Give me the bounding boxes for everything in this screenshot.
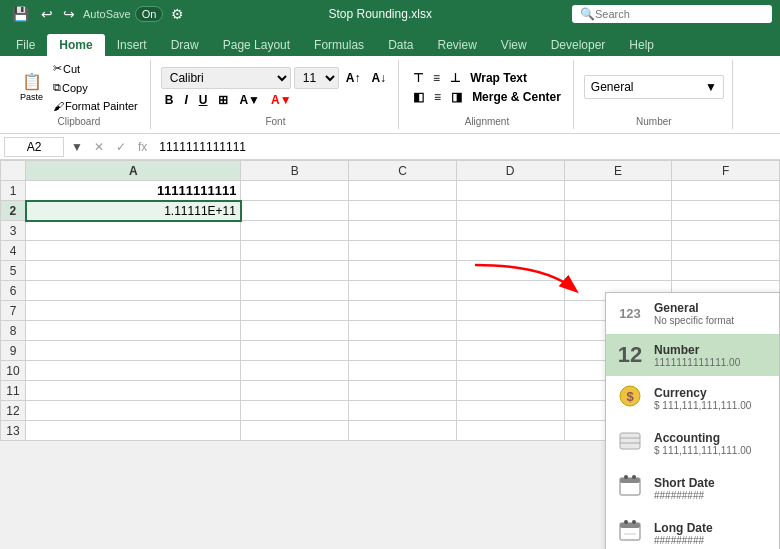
cell-c5[interactable]: [349, 261, 457, 281]
cell-a11[interactable]: [26, 381, 241, 401]
format-item-general[interactable]: 123 General No specific format: [606, 293, 779, 334]
italic-button[interactable]: I: [180, 92, 191, 108]
autosave-toggle[interactable]: On: [135, 6, 164, 22]
cell-d2[interactable]: [456, 201, 564, 221]
cell-a9[interactable]: [26, 341, 241, 361]
cell-d1[interactable]: [456, 181, 564, 201]
tab-review[interactable]: Review: [425, 34, 488, 56]
bold-button[interactable]: B: [161, 92, 178, 108]
cell-a5[interactable]: [26, 261, 241, 281]
cell-d13[interactable]: [456, 421, 564, 441]
format-item-number[interactable]: 12 Number 1111111111111.00: [606, 334, 779, 376]
wrap-text-button[interactable]: Wrap Text: [466, 70, 531, 86]
format-item-long-date[interactable]: Long Date #########: [606, 511, 779, 549]
redo-button[interactable]: ↪: [59, 4, 79, 24]
col-header-b[interactable]: B: [241, 161, 349, 181]
copy-button[interactable]: ⧉ Copy: [49, 79, 142, 96]
font-shrink-button[interactable]: A↓: [367, 70, 390, 86]
cell-a12[interactable]: [26, 401, 241, 421]
cell-d10[interactable]: [456, 361, 564, 381]
cell-a2[interactable]: 1.11111E+11: [26, 201, 241, 221]
cell-a4[interactable]: [26, 241, 241, 261]
fill-color-button[interactable]: A▼: [235, 92, 264, 108]
cell-d11[interactable]: [456, 381, 564, 401]
cell-d3[interactable]: [456, 221, 564, 241]
cell-b5[interactable]: [241, 261, 349, 281]
cell-c13[interactable]: [349, 421, 457, 441]
cell-b13[interactable]: [241, 421, 349, 441]
cell-c11[interactable]: [349, 381, 457, 401]
cell-f3[interactable]: [672, 221, 780, 241]
cell-e1[interactable]: [564, 181, 672, 201]
cell-a10[interactable]: [26, 361, 241, 381]
cell-d12[interactable]: [456, 401, 564, 421]
cell-b10[interactable]: [241, 361, 349, 381]
tab-file[interactable]: File: [4, 34, 47, 56]
tab-view[interactable]: View: [489, 34, 539, 56]
cell-c1[interactable]: [349, 181, 457, 201]
cell-a1[interactable]: 11111111111: [26, 181, 241, 201]
cell-e2[interactable]: [564, 201, 672, 221]
tab-help[interactable]: Help: [617, 34, 666, 56]
save-button[interactable]: 💾: [8, 4, 33, 24]
cell-b9[interactable]: [241, 341, 349, 361]
format-painter-button[interactable]: 🖌 Format Painter: [49, 98, 142, 114]
cell-d9[interactable]: [456, 341, 564, 361]
cell-f1[interactable]: [672, 181, 780, 201]
cell-b8[interactable]: [241, 321, 349, 341]
border-button[interactable]: ⊞: [214, 92, 232, 108]
tab-insert[interactable]: Insert: [105, 34, 159, 56]
align-left-button[interactable]: ◧: [409, 89, 428, 105]
align-top-button[interactable]: ⊤: [409, 70, 427, 86]
tab-data[interactable]: Data: [376, 34, 425, 56]
tab-home[interactable]: Home: [47, 34, 104, 56]
col-header-a[interactable]: A: [26, 161, 241, 181]
cell-f4[interactable]: [672, 241, 780, 261]
cell-d6[interactable]: [456, 281, 564, 301]
font-color-button[interactable]: A▼: [267, 92, 296, 108]
cell-b7[interactable]: [241, 301, 349, 321]
cell-c8[interactable]: [349, 321, 457, 341]
align-center-button[interactable]: ≡: [430, 89, 445, 105]
cell-ref-input[interactable]: [4, 137, 64, 157]
search-input[interactable]: [595, 8, 755, 20]
cell-f5[interactable]: [672, 261, 780, 281]
expand-name-box-button[interactable]: ▼: [68, 140, 86, 154]
cell-c10[interactable]: [349, 361, 457, 381]
cell-a3[interactable]: [26, 221, 241, 241]
merge-center-button[interactable]: Merge & Center: [468, 89, 565, 105]
cell-d8[interactable]: [456, 321, 564, 341]
undo-button[interactable]: ↩: [37, 4, 57, 24]
cell-d7[interactable]: [456, 301, 564, 321]
col-header-c[interactable]: C: [349, 161, 457, 181]
tab-formulas[interactable]: Formulas: [302, 34, 376, 56]
paste-button[interactable]: 📋 Paste: [16, 70, 47, 104]
customize-btn[interactable]: ⚙: [167, 4, 188, 24]
col-header-d[interactable]: D: [456, 161, 564, 181]
tab-developer[interactable]: Developer: [539, 34, 618, 56]
cell-e4[interactable]: [564, 241, 672, 261]
cell-e3[interactable]: [564, 221, 672, 241]
search-box[interactable]: 🔍: [572, 5, 772, 23]
cell-b6[interactable]: [241, 281, 349, 301]
cell-c2[interactable]: [349, 201, 457, 221]
formula-input[interactable]: [155, 140, 776, 154]
cell-c3[interactable]: [349, 221, 457, 241]
col-header-f[interactable]: F: [672, 161, 780, 181]
cell-d5[interactable]: [456, 261, 564, 281]
format-item-short-date[interactable]: Short Date #########: [606, 466, 779, 511]
cell-c12[interactable]: [349, 401, 457, 421]
cell-c6[interactable]: [349, 281, 457, 301]
font-name-select[interactable]: Calibri: [161, 67, 291, 89]
cell-f2[interactable]: [672, 201, 780, 221]
font-size-select[interactable]: 11: [294, 67, 339, 89]
cell-a8[interactable]: [26, 321, 241, 341]
align-bottom-button[interactable]: ⊥: [446, 70, 464, 86]
cell-b11[interactable]: [241, 381, 349, 401]
cell-a6[interactable]: [26, 281, 241, 301]
cell-a13[interactable]: [26, 421, 241, 441]
cell-e5[interactable]: [564, 261, 672, 281]
cell-b1[interactable]: [241, 181, 349, 201]
align-right-button[interactable]: ◨: [447, 89, 466, 105]
cell-b12[interactable]: [241, 401, 349, 421]
